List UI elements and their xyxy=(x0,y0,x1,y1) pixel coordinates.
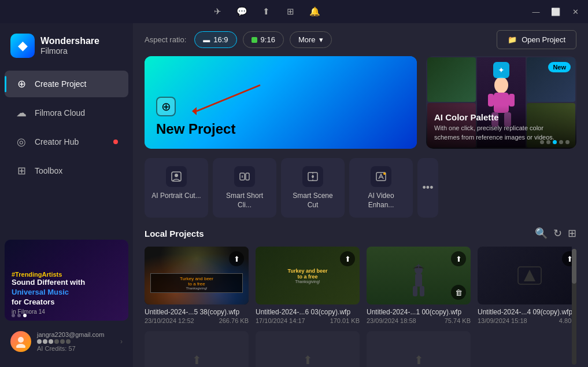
project-date-1: 23/10/2024 12:52 xyxy=(145,317,194,324)
layout-toggle-icon[interactable]: ⊞ xyxy=(568,227,576,240)
svg-point-17 xyxy=(312,175,314,178)
content-area: ⊕ New Project xyxy=(133,56,588,158)
close-button[interactable]: ✕ xyxy=(567,3,583,20)
star-2 xyxy=(43,339,47,344)
sidebar: ◆ Wondershare Filmora ⊕ Create Project ☁… xyxy=(0,23,133,367)
ai-enhance-label: AI Video Enhan... xyxy=(355,192,407,210)
cloud-label: Filmora Cloud xyxy=(35,108,85,118)
user-menu-arrow[interactable]: › xyxy=(120,337,123,346)
new-project-label: New Project xyxy=(156,121,405,137)
grid-icon[interactable]: ⊞ xyxy=(283,3,299,20)
aspect-9-16-button[interactable]: 9:16 xyxy=(243,31,284,48)
project-meta-3: 23/09/2024 18:58 75.74 KB xyxy=(367,317,471,324)
star-1 xyxy=(37,339,42,344)
aspect-ratio-label: Aspect ratio: xyxy=(145,35,186,44)
project-date-4: 13/09/2024 15:18 xyxy=(478,317,527,324)
more-aspect-button[interactable]: More ▾ xyxy=(290,31,332,48)
ai-dot-3 xyxy=(553,140,557,144)
folder-icon: 📁 xyxy=(508,35,517,44)
hub-icon: ◎ xyxy=(15,135,28,148)
local-projects-section: Local Projects 🔍 ↻ ⊞ xyxy=(133,227,588,367)
star-3 xyxy=(49,339,53,344)
hub-notification-dot xyxy=(113,140,118,144)
titlebar: ✈ 💬 ⬆ ⊞ 🔔 — ⬜ ✕ xyxy=(0,0,588,23)
project-info-1: Untitled-2024-...5 38(copy).wfp 23/10/20… xyxy=(145,308,249,324)
project-thumb-loading-1: ⬆ xyxy=(145,331,249,367)
create-icon: ⊕ xyxy=(15,78,28,90)
quick-actions-bar: AI Portrait Cut... Smart Short Cli... xyxy=(133,158,588,227)
upload-placeholder-icon-3: ⬆ xyxy=(414,353,424,367)
main-layout: ◆ Wondershare Filmora ⊕ Create Project ☁… xyxy=(0,23,588,367)
project-date-3: 23/09/2024 18:58 xyxy=(367,317,416,324)
star-4 xyxy=(54,339,59,344)
logo-icon: ◆ xyxy=(10,34,35,58)
banner-tag: #TrendingArtists xyxy=(12,271,85,278)
smart-short-label: Smart Short Cli... xyxy=(219,192,271,210)
projects-scroll-area[interactable]: Turkey and beer to a free Thanksgiving! … xyxy=(145,247,572,367)
more-actions-button[interactable]: ••• xyxy=(417,158,438,218)
ai-generate-icon: ✦ xyxy=(493,62,509,78)
notification-icon[interactable]: 🔔 xyxy=(307,3,323,20)
upload-placeholder-icon-1: ⬆ xyxy=(192,353,202,367)
sidebar-item-hub[interactable]: ◎ Creator Hub xyxy=(5,129,128,155)
sidebar-item-toolbox[interactable]: ⊞ Toolbox xyxy=(5,157,128,184)
aspect-16-9-button[interactable]: ▬ 16:9 xyxy=(194,31,236,48)
main-content: Aspect ratio: ▬ 16:9 9:16 More ▾ 📁 Open … xyxy=(133,23,588,367)
ai-video-enhance-button[interactable]: AI Video Enhan... xyxy=(349,158,413,218)
minimize-button[interactable]: — xyxy=(528,3,544,20)
delete-project-3-icon[interactable]: 🗑 xyxy=(451,285,466,300)
user-email: jangra2203@gmail.com xyxy=(37,331,114,338)
smart-short-clip-button[interactable]: Smart Short Cli... xyxy=(213,158,276,218)
section-header: Local Projects 🔍 ↻ ⊞ xyxy=(145,227,576,240)
projects-scrollbar-thumb[interactable] xyxy=(572,249,576,284)
ai-dot-5 xyxy=(565,140,569,144)
ai-portrait-cut-button[interactable]: AI Portrait Cut... xyxy=(145,158,208,218)
ai-card-title: AI Color Palette xyxy=(434,112,568,122)
new-project-plus-icon: ⊕ xyxy=(156,97,176,116)
ai-portrait-label: AI Portrait Cut... xyxy=(151,192,201,201)
project-size-1: 266.76 KB xyxy=(219,317,249,324)
sidebar-item-create[interactable]: ⊕ Create Project xyxy=(5,71,128,97)
cloud-upload-icon-1[interactable]: ⬆ xyxy=(229,251,244,266)
user-profile[interactable]: jangra2203@gmail.com AI Credits: 57 › xyxy=(5,325,128,358)
user-avatar-icon xyxy=(14,335,27,348)
app-subname: Filmora xyxy=(40,46,99,56)
projects-scrollbar-track[interactable] xyxy=(572,249,576,365)
new-badge: New xyxy=(548,62,571,72)
ai-dot-1 xyxy=(540,140,544,144)
send-icon[interactable]: ✈ xyxy=(210,3,226,20)
refresh-projects-icon[interactable]: ↻ xyxy=(553,227,562,240)
new-project-card[interactable]: ⊕ New Project xyxy=(145,56,417,149)
cloud-upload-icon[interactable]: ⬆ xyxy=(258,3,275,20)
upload-placeholder-icon-2: ⬆ xyxy=(303,353,313,367)
maximize-button[interactable]: ⬜ xyxy=(548,3,564,20)
cloud-upload-icon-4[interactable]: ⬆ xyxy=(562,251,572,266)
project-name-3: Untitled-2024-...1 00(copy).wfp xyxy=(367,308,471,316)
cloud-upload-icon-3[interactable]: ⬆ xyxy=(451,251,466,266)
open-project-button[interactable]: 📁 Open Project xyxy=(497,30,576,49)
ai-feature-card[interactable]: ✦ New AI Color Palette With one click, p… xyxy=(426,56,576,149)
banner-subtitle-text: in Filmora 14 xyxy=(12,309,85,315)
smart-short-icon xyxy=(234,166,255,187)
arrow-decoration xyxy=(179,74,272,120)
cloud-upload-icon-2[interactable]: ⬆ xyxy=(340,251,355,266)
search-projects-icon[interactable]: 🔍 xyxy=(535,227,548,240)
project-card-3[interactable]: ⬆ 🗑 Untitled-2024-...1 00(copy).wfp 23/0… xyxy=(367,247,471,324)
project-card-4[interactable]: ⬆ Untitled-2024-...4 09(copy).wfp 13/09/… xyxy=(478,247,572,324)
promo-banner[interactable]: #TrendingArtists Sound Different with Un… xyxy=(5,240,128,321)
project-card-loading-2[interactable]: ⬆ xyxy=(256,331,360,367)
svg-marker-3 xyxy=(192,107,197,115)
sidebar-item-cloud[interactable]: ☁ Filmora Cloud xyxy=(5,100,128,126)
local-projects-title: Local Projects xyxy=(145,229,204,238)
project-card-1[interactable]: Turkey and beer to a free Thanksgiving! … xyxy=(145,247,249,324)
project-card-loading-3[interactable]: ⬆ xyxy=(367,331,471,367)
project-card-loading-1[interactable]: ⬆ xyxy=(145,331,249,367)
user-info: jangra2203@gmail.com AI Credits: 57 xyxy=(37,331,114,352)
message-icon[interactable]: 💬 xyxy=(234,3,250,20)
header-bar: Aspect ratio: ▬ 16:9 9:16 More ▾ 📁 Open … xyxy=(133,23,588,56)
project-meta-4: 13/09/2024 15:18 4.80 KB xyxy=(478,317,572,324)
project-card-2[interactable]: Turkey and beer to a free Thanksgiving! … xyxy=(256,247,360,324)
project-name-2: Untitled-2024-...6 03(copy).wfp xyxy=(256,308,360,316)
window-controls: — ⬜ ✕ xyxy=(528,3,583,20)
smart-scene-cut-button[interactable]: Smart Scene Cut xyxy=(281,158,345,218)
